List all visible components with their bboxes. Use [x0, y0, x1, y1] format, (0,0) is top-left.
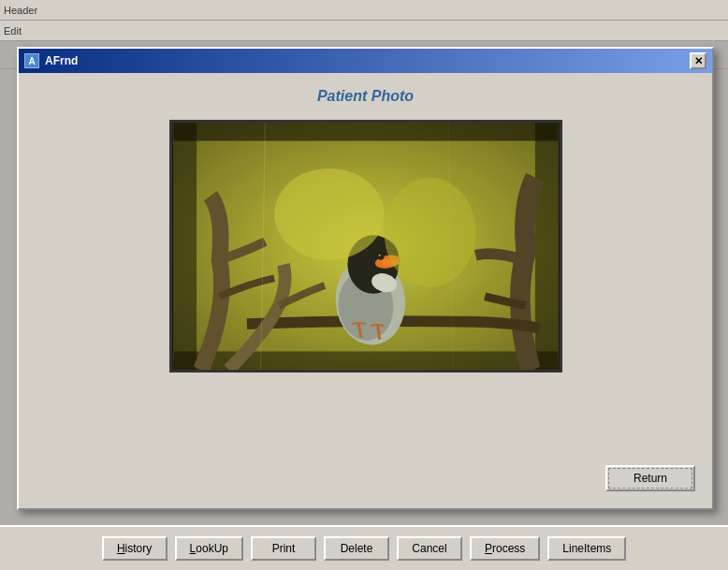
app-title: Header: [4, 5, 37, 16]
modal-close-button[interactable]: ✕: [690, 52, 706, 69]
lineitems-underline: LineItems: [562, 542, 611, 555]
menu-bar: Edit: [0, 21, 728, 41]
bottom-toolbar: History LookUp Print Delete Cancel Proce…: [0, 525, 728, 570]
modal-title-group: A AFrnd: [24, 53, 78, 68]
menu-edit[interactable]: Edit: [4, 25, 22, 37]
app-titlebar: Header: [0, 0, 728, 21]
print-underline: Print: [272, 542, 296, 555]
modal-body: Patient Photo: [19, 73, 712, 508]
lookup-underline: LookUp: [190, 542, 228, 555]
close-icon: ✕: [694, 55, 703, 67]
delete-button[interactable]: Delete: [324, 536, 389, 561]
lineitems-button[interactable]: LineItems: [547, 536, 626, 561]
svg-rect-21: [173, 123, 558, 370]
print-button[interactable]: Print: [251, 536, 316, 561]
process-underline: Process: [485, 542, 525, 555]
photo-svg: [172, 123, 560, 370]
cancel-button[interactable]: Cancel: [397, 536, 462, 561]
return-button[interactable]: Return: [605, 465, 695, 491]
modal-icon-label: A: [28, 56, 35, 66]
modal-titlebar: A AFrnd ✕: [19, 49, 712, 73]
modal-heading: Patient Photo: [317, 88, 414, 105]
cancel-underline: Cancel: [412, 542, 446, 555]
modal-title-text: AFrnd: [45, 54, 78, 67]
patient-photo: [169, 120, 562, 373]
process-button[interactable]: Process: [470, 536, 540, 561]
history-underline: History: [117, 542, 152, 555]
modal-dialog: A AFrnd ✕ Patient Photo: [17, 47, 714, 510]
delete-underline: Delete: [341, 542, 373, 555]
history-button[interactable]: History: [102, 536, 167, 561]
modal-app-icon: A: [24, 53, 39, 68]
lookup-button[interactable]: LookUp: [175, 536, 243, 561]
